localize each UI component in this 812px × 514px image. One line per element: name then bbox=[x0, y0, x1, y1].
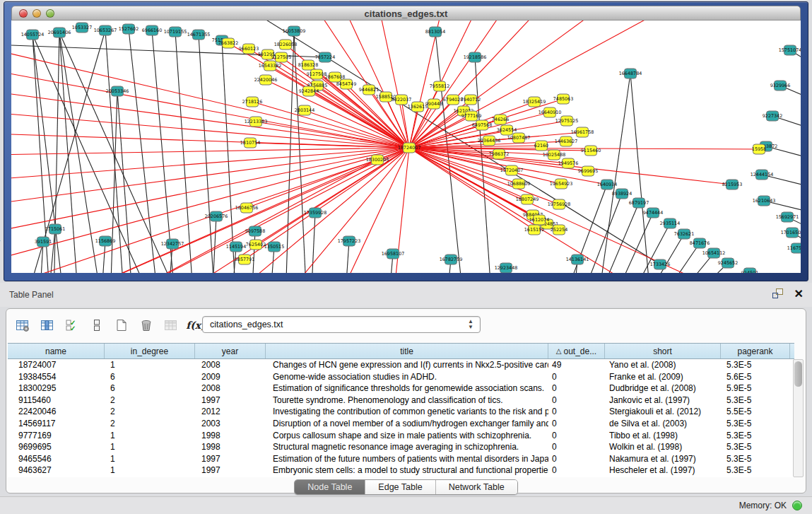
table-row[interactable]: 911546021997Tourette syndrome. Phenomeno… bbox=[8, 395, 794, 407]
table-cell[interactable]: 1998 bbox=[195, 430, 266, 442]
table-cell[interactable]: 9699695 bbox=[8, 441, 105, 453]
table-cell[interactable]: 1997 bbox=[195, 395, 266, 407]
table-cell[interactable]: 1 bbox=[105, 430, 195, 442]
table-cell[interactable]: Estimation of the future numbers of pati… bbox=[266, 453, 548, 465]
graph-edge[interactable] bbox=[379, 21, 409, 148]
table-scrollbar[interactable] bbox=[793, 359, 804, 477]
table-cell[interactable]: 2 bbox=[105, 418, 195, 430]
table-cell[interactable]: 2 bbox=[105, 406, 195, 418]
table-cell[interactable]: Corpus callosum shape and size in male p… bbox=[266, 430, 548, 442]
table-cell[interactable]: 5.3E-5 bbox=[721, 395, 790, 407]
table-options-icon[interactable] bbox=[13, 316, 32, 334]
table-cell[interactable]: 0 bbox=[548, 395, 605, 407]
table-row[interactable]: 1830029562008Estimation of significance … bbox=[8, 382, 794, 395]
table-cell[interactable]: Dudbridge et al. (2008) bbox=[605, 382, 721, 395]
table-cell[interactable]: Franke et al. (2009) bbox=[605, 371, 721, 383]
row-height-icon[interactable] bbox=[88, 316, 106, 334]
graph-edge[interactable] bbox=[222, 40, 236, 273]
table-cell[interactable]: 9115460 bbox=[8, 395, 105, 407]
graph-edge[interactable] bbox=[409, 111, 464, 148]
network-window-titlebar[interactable]: citations_edges.txt bbox=[11, 6, 801, 21]
create-table-icon[interactable] bbox=[112, 316, 131, 334]
column-header-out-de-[interactable]: △out_de... bbox=[548, 344, 605, 358]
table-row[interactable]: 946362711997Embryonic stem cells: a mode… bbox=[8, 465, 794, 477]
table-cell[interactable]: 0 bbox=[548, 441, 605, 453]
network-canvas[interactable]: 1872400714055724206914061053327106532671… bbox=[11, 21, 801, 273]
table-cell[interactable]: 0 bbox=[548, 418, 605, 430]
graph-edge[interactable] bbox=[129, 29, 158, 273]
table-cell[interactable]: 49 bbox=[548, 359, 605, 371]
graph-edge[interactable] bbox=[612, 213, 653, 273]
table-row[interactable]: 1872400712008Changes of HCN gene express… bbox=[8, 359, 794, 371]
table-cell[interactable]: 19384554 bbox=[8, 371, 105, 383]
table-cell[interactable]: 5.3E-5 bbox=[721, 418, 790, 430]
table-cell[interactable]: 9463627 bbox=[8, 465, 105, 477]
table-cell[interactable]: Structural magnetic resonance image aver… bbox=[266, 441, 548, 453]
table-cell[interactable]: Tibbo et al. (1998) bbox=[605, 430, 721, 442]
table-cell[interactable]: 5.3E-5 bbox=[721, 441, 790, 453]
float-panel-icon[interactable] bbox=[772, 288, 784, 300]
table-cell[interactable]: Tourette syndrome. Phenomenology and cla… bbox=[266, 395, 548, 407]
graph-edge[interactable] bbox=[281, 57, 409, 148]
table-row[interactable]: 2242004622012Investigating the contribut… bbox=[8, 406, 794, 418]
close-panel-icon[interactable]: ✕ bbox=[794, 288, 804, 300]
table-cell[interactable]: Nakamura et al. (1997) bbox=[605, 453, 721, 465]
table-cell[interactable]: 5.3E-5 bbox=[721, 465, 790, 477]
table-cell[interactable]: 2 bbox=[105, 395, 195, 407]
column-header-short[interactable]: short bbox=[605, 344, 721, 358]
table-cell[interactable]: 2008 bbox=[195, 382, 266, 395]
graph-edge[interactable] bbox=[245, 21, 660, 264]
graph-edge[interactable] bbox=[409, 21, 683, 148]
table-row[interactable]: 969969511998Structural magnetic resonanc… bbox=[8, 441, 794, 453]
table-cell[interactable]: 1 bbox=[105, 441, 195, 453]
table-cell[interactable]: 1997 bbox=[195, 465, 266, 477]
table-cell[interactable]: Wolkin et al. (1998) bbox=[605, 441, 721, 453]
table-cell[interactable]: 5.3E-5 bbox=[721, 453, 790, 465]
table-cell[interactable]: 5.3E-5 bbox=[721, 359, 790, 371]
table-cell[interactable]: 0 bbox=[548, 465, 605, 477]
table-cell[interactable]: Genome-wide association studies in ADHD. bbox=[266, 371, 548, 383]
table-row[interactable]: 1938455462009Genome-wide association stu… bbox=[8, 371, 794, 383]
table-cell[interactable]: 9777169 bbox=[8, 430, 105, 442]
column-header-in-degree[interactable]: in_degree bbox=[105, 344, 195, 358]
tab-network-table[interactable]: Network Table bbox=[436, 480, 517, 494]
table-cell[interactable]: 2012 bbox=[195, 406, 266, 418]
column-header-title[interactable]: title bbox=[266, 344, 548, 358]
table-cell[interactable]: Yano et al. (2008) bbox=[605, 359, 721, 371]
table-cell[interactable]: Hescheler et al. (1997) bbox=[605, 465, 721, 477]
select-columns-icon[interactable]: ✓✓ bbox=[63, 316, 81, 334]
table-cell[interactable]: 14569117 bbox=[8, 418, 105, 430]
table-cell[interactable]: 0 bbox=[548, 371, 605, 383]
column-header-name[interactable]: name bbox=[8, 344, 105, 358]
table-cell[interactable]: 5.3E-5 bbox=[721, 430, 790, 442]
table-cell[interactable]: de Silva et al. (2003) bbox=[605, 418, 721, 430]
table-cell[interactable]: 18300295 bbox=[8, 382, 105, 395]
table-row[interactable]: 1456911722003Disruption of a novel membe… bbox=[8, 418, 794, 430]
graph-edge[interactable] bbox=[252, 231, 255, 273]
table-selector-dropdown[interactable]: citations_edges.txt ▲▼ bbox=[202, 316, 481, 333]
table-cell[interactable]: Stergiakouli et al. (2012) bbox=[605, 406, 721, 418]
table-cell[interactable]: 5.6E-5 bbox=[721, 371, 790, 383]
table-row[interactable]: 946554611997Estimation of the future num… bbox=[8, 453, 794, 465]
column-header-year[interactable]: year bbox=[195, 344, 266, 358]
column-header-pagerank[interactable]: pagerank bbox=[721, 344, 790, 358]
table-cell[interactable]: 2008 bbox=[195, 359, 266, 371]
table-cell[interactable]: 18724007 bbox=[8, 359, 105, 371]
table-cell[interactable]: Disruption of a novel member of a sodium… bbox=[266, 418, 548, 430]
tab-edge-table[interactable]: Edge Table bbox=[365, 480, 435, 494]
graph-edge[interactable] bbox=[409, 21, 506, 148]
table-cell[interactable]: 2003 bbox=[195, 418, 266, 430]
table-cell[interactable]: Jankovic et al. (1997) bbox=[605, 395, 721, 407]
table-cell[interactable]: 0 bbox=[548, 406, 605, 418]
table-cell[interactable]: Estimation of significance thresholds fo… bbox=[266, 382, 548, 395]
table-cell[interactable]: 2009 bbox=[195, 371, 266, 383]
scrollbar-thumb[interactable] bbox=[794, 361, 802, 387]
table-cell[interactable]: 0 bbox=[548, 453, 605, 465]
table-cell[interactable]: 0 bbox=[548, 382, 605, 395]
graph-edge[interactable] bbox=[54, 148, 409, 273]
table-cell[interactable]: 1 bbox=[105, 359, 195, 371]
table-cell[interactable]: Embryonic stem cells: a model to study s… bbox=[266, 465, 548, 477]
table-cell[interactable]: Investigating the contribution of common… bbox=[266, 406, 548, 418]
tab-node-table[interactable]: Node Table bbox=[295, 480, 365, 494]
graph-edge[interactable] bbox=[48, 229, 55, 273]
